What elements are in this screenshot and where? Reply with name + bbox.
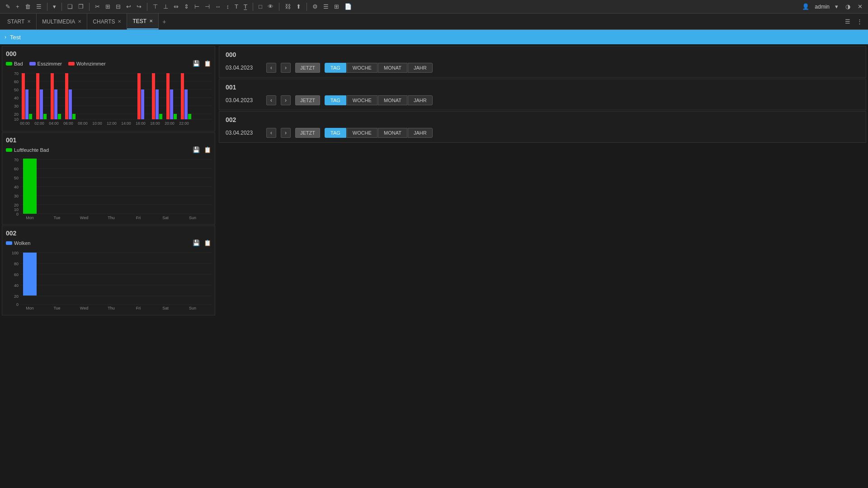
tab-start-close[interactable]: ✕ (27, 19, 31, 24)
toolbar-icon-theme[interactable]: ◑ (844, 2, 852, 11)
toolbar-icon-link[interactable]: ⛓ (283, 2, 292, 11)
right-001-tag-btn[interactable]: TAG (325, 95, 346, 105)
right-002-next-btn[interactable]: › (281, 128, 291, 138)
tab-multimedia-close[interactable]: ✕ (78, 19, 81, 24)
tab-start[interactable]: START ✕ (2, 14, 37, 29)
toolbar-icon-dropdown-user[interactable]: ▾ (833, 2, 840, 11)
chart-001-actions: 💾 📋 (193, 146, 211, 153)
toolbar-icon-settings[interactable]: ⚙ (311, 2, 320, 11)
svg-text:Sat: Sat (162, 306, 169, 310)
toolbar-icon-copy2[interactable]: ❐ (76, 2, 85, 11)
toolbar-dropdown[interactable]: ▾ (51, 2, 58, 11)
right-002-prev-btn[interactable]: ‹ (266, 128, 276, 138)
chart-002-download-icon[interactable]: 💾 (193, 239, 200, 246)
toolbar-icon-align-bottom[interactable]: ⊥ (161, 2, 170, 11)
svg-rect-25 (72, 114, 75, 119)
toolbar-icon-close-app[interactable]: ✕ (856, 2, 864, 11)
right-section-000-title: 000 (226, 51, 859, 58)
toolbar-divider-4 (147, 3, 147, 11)
tab-bar-more-icon[interactable]: ⋮ (855, 17, 864, 26)
toolbar-icon-grid1[interactable]: ⊞ (104, 2, 112, 11)
right-001-jahr-btn[interactable]: JAHR (408, 95, 433, 105)
toolbar-icon-spacing-h[interactable]: ↔ (213, 2, 223, 11)
svg-rect-30 (159, 114, 162, 119)
svg-rect-28 (152, 73, 155, 119)
tab-test-close[interactable]: ✕ (149, 19, 153, 23)
svg-text:50: 50 (14, 88, 19, 92)
breadcrumb-bar: › Test (0, 30, 868, 44)
toolbar-icon-view[interactable]: 👁 (266, 2, 275, 11)
chart-001-copy-icon[interactable]: 📋 (204, 146, 211, 153)
toolbar-icon-list[interactable]: ☰ (321, 2, 330, 11)
svg-rect-18 (40, 89, 43, 119)
tab-bar-menu-icon[interactable]: ☰ (843, 17, 852, 26)
toolbar-icon-menu[interactable]: ☰ (34, 2, 43, 11)
right-000-jetzt-btn[interactable]: JETZT (295, 63, 320, 73)
svg-rect-35 (184, 89, 188, 119)
tab-add-button[interactable]: + (159, 14, 170, 29)
toolbar-icon-align-left[interactable]: ⊢ (193, 2, 201, 11)
chart-000-download-icon[interactable]: 💾 (193, 60, 200, 67)
right-001-monat-btn[interactable]: MONAT (378, 95, 407, 105)
toolbar-icon-rect[interactable]: □ (257, 2, 264, 11)
toolbar-right-section: 👤 admin ▾ ◑ ✕ (800, 2, 864, 11)
right-001-jetzt-btn[interactable]: JETZT (295, 95, 320, 105)
svg-text:Thu: Thu (108, 216, 115, 220)
chart-001-legend: Luftfeuchte Bad 💾 📋 (6, 146, 211, 153)
right-000-tag-btn[interactable]: TAG (325, 63, 346, 73)
legend-bad-label: Bad (14, 61, 23, 66)
right-001-woche-btn[interactable]: WOCHE (347, 95, 377, 105)
toolbar-icon-text-under[interactable]: T̲ (242, 2, 249, 11)
right-002-woche-btn[interactable]: WOCHE (347, 128, 377, 138)
right-000-next-btn[interactable]: › (281, 63, 291, 73)
chart-001-download-icon[interactable]: 💾 (193, 146, 200, 153)
tab-charts[interactable]: CHARTS ✕ (87, 14, 127, 29)
toolbar-icon-spacing-v[interactable]: ↕ (225, 2, 231, 11)
svg-text:18:00: 18:00 (150, 121, 160, 126)
toolbar-icon-pencil[interactable]: ✎ (4, 2, 12, 11)
right-000-woche-btn[interactable]: WOCHE (347, 63, 377, 73)
chart-002-copy-icon[interactable]: 📋 (204, 239, 211, 246)
tab-multimedia[interactable]: MULTIMEDIA ✕ (37, 14, 87, 29)
toolbar-icon-align-top[interactable]: ⊤ (151, 2, 160, 11)
toolbar-icon-scissors[interactable]: ✂ (93, 2, 102, 11)
toolbar-icon-undo[interactable]: ↩ (124, 2, 133, 11)
right-000-prev-btn[interactable]: ‹ (266, 63, 276, 73)
right-000-jahr-btn[interactable]: JAHR (408, 63, 433, 73)
toolbar-icon-delete[interactable]: 🗑 (23, 2, 33, 11)
right-001-prev-btn[interactable]: ‹ (266, 95, 276, 105)
chart-card-000: 000 Bad Esszimmer Wohnzimmer (2, 46, 215, 131)
toolbar-icon-align-h[interactable]: ⇔ (172, 2, 180, 11)
admin-username: admin (815, 4, 830, 10)
right-panel: 000 03.04.2023 ‹ › JETZT TAG WOCHE MONAT… (217, 44, 868, 488)
toolbar-icon-copy1[interactable]: ❏ (66, 2, 75, 11)
breadcrumb-chevron-icon[interactable]: › (5, 34, 6, 40)
tab-charts-close[interactable]: ✕ (118, 19, 121, 24)
toolbar-icon-export[interactable]: ⬆ (294, 2, 303, 11)
toolbar-icon-add[interactable]: + (14, 2, 21, 11)
chart-002-legend: Wolken 💾 📋 (6, 239, 211, 246)
right-002-tag-btn[interactable]: TAG (325, 128, 346, 138)
toolbar-icon-doc[interactable]: 📄 (343, 2, 354, 11)
right-002-monat-btn[interactable]: MONAT (378, 128, 407, 138)
right-000-date: 03.04.2023 (226, 65, 262, 71)
svg-text:40: 40 (14, 96, 19, 100)
right-002-jahr-btn[interactable]: JAHR (408, 128, 433, 138)
toolbar-icon-align-right[interactable]: ⊣ (203, 2, 212, 11)
toolbar-icon-redo[interactable]: ↪ (135, 2, 143, 11)
toolbar-divider-5 (253, 3, 253, 11)
toolbar-icon-text[interactable]: T (233, 2, 240, 11)
toolbar-icon-align-v[interactable]: ⇕ (182, 2, 191, 11)
toolbar-icon-grid2[interactable]: ⊟ (114, 2, 123, 11)
toolbar-icon-grid3[interactable]: ⊞ (332, 2, 341, 11)
right-001-next-btn[interactable]: › (281, 95, 291, 105)
chart-000-copy-icon[interactable]: 📋 (204, 60, 211, 67)
tab-test[interactable]: TEST ✕ (127, 14, 159, 29)
svg-text:10: 10 (14, 207, 19, 212)
toolbar-icon-user: 👤 (800, 2, 811, 11)
right-000-monat-btn[interactable]: MONAT (378, 63, 407, 73)
chart-002-title: 002 (6, 230, 211, 237)
chart-card-001: 001 Luftfeuchte Bad 💾 📋 70 60 50 (2, 132, 215, 225)
right-002-jetzt-btn[interactable]: JETZT (295, 128, 320, 138)
toolbar-divider-1 (47, 3, 47, 11)
